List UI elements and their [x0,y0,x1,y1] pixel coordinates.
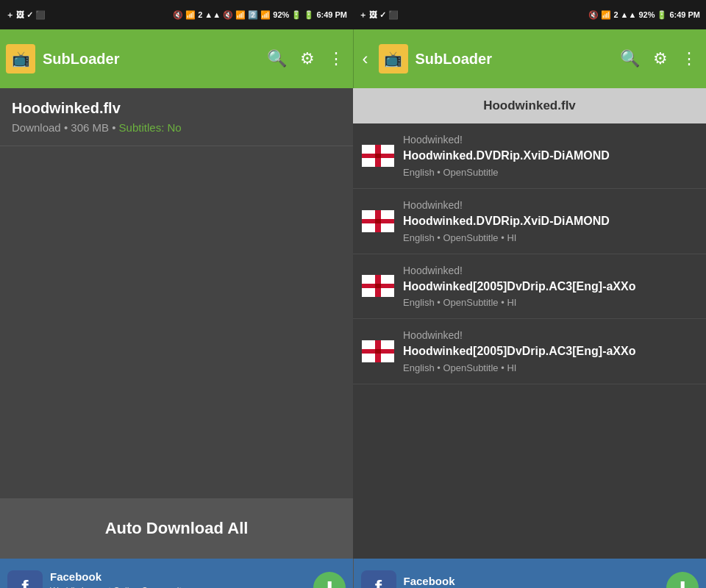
app-title-right: SubLoader [416,51,610,68]
search-button-right[interactable]: 🔍 [617,46,643,71]
add-icon2: ＋ [359,10,367,21]
usb-icon2: ⬛ [388,10,399,20]
subtitle-filename-1: Hoodwinked.DVDRip.XviD-DiAMOND [403,148,697,164]
ad-banner-left[interactable]: f Facebook World's Largest Online Commun… [0,559,353,588]
wifi-icon2: 📶 [601,10,611,20]
app-bars: 📺 SubLoader 🔍 ⚙ ⋮ ‹ 📺 SubLoader 🔍 ⚙ ⋮ [0,29,706,88]
more-button-right[interactable]: ⋮ [678,46,700,71]
mute-icon: 🔇 [173,10,183,20]
subtitle-item[interactable]: Hoodwinked! Hoodwinked.DVDRip.XviD-DiAMO… [353,123,706,189]
subtitle-hi-4: HI [507,362,516,373]
separator1: • [64,121,71,134]
subtitle-lang-1: English [403,167,435,178]
subtitles-status: Subtitles: No [119,121,182,134]
subtitle-meta-4: English • OpenSubtitle • HI [403,362,697,373]
subtitle-meta-3: English • OpenSubtitle • HI [403,297,697,308]
check-icon: ✓ [26,10,33,20]
subtitle-movie-3: Hoodwinked! [403,265,697,276]
facebook-logo-right: f [361,570,396,588]
ad-banner-right[interactable]: f Facebook FREE ★★★★½ (30,947,937) ⬇ ℹ [353,559,707,588]
filter-button-right[interactable]: ⚙ [650,46,671,71]
logo-icon-right: 📺 [384,50,402,68]
image-icon2: 🖼 [369,10,377,19]
subtitle-source-2: OpenSubtitle [443,232,498,243]
subtitle-source-1: OpenSubtitle [443,167,498,178]
ad-banners: f Facebook World's Largest Online Commun… [0,559,706,588]
right-panel: Hoodwinked.flv Hoodwinked! Hoodwinked.DV… [353,88,706,559]
signal-2-icon2: 2 [613,10,618,19]
right2-status-icons: ＋ 🖼 ✓ ⬛ [359,10,399,21]
app-bar-left: 📺 SubLoader 🔍 ⚙ ⋮ [0,29,353,88]
signal-2-icon: 2 [198,10,202,19]
subtitle-hi-3: HI [507,297,516,308]
flag-uk-icon-4 [362,340,394,362]
panel-header: Hoodwinked.flv [353,88,706,123]
ad-tagline1-left: World's Largest Online Community. [50,586,306,589]
ad-text-right: Facebook FREE ★★★★½ (30,947,937) [404,575,660,588]
subtitle-item[interactable]: Hoodwinked! Hoodwinked.DVDRip.XviD-DiAMO… [353,189,706,254]
app-title-left: SubLoader [43,51,257,68]
file-size: 306 MB [71,121,109,134]
subtitle-movie-1: Hoodwinked! [403,134,697,146]
status-bar-right: ＋ 🖼 ✓ ⬛ 🔇 📶 2 ▲▲ 92% 🔋 6:49 PM [353,0,706,29]
flag-uk-icon-3 [362,275,394,297]
status-bar-left: ＋ 🖼 ✓ ⬛ 🔇 📶 2 ▲▲ 🔇 📶 2️⃣ 📶 92% 🔋 🔋 6:49 … [0,0,353,29]
left-status-icons: ＋ 🖼 ✓ ⬛ [6,10,46,21]
subtitle-list[interactable]: Hoodwinked! Hoodwinked.DVDRip.XviD-DiAMO… [353,123,706,559]
wifi-icon: 📶 [185,10,196,20]
subtitle-lang-4: English [403,362,435,373]
signal-icon: ▲▲ [204,10,221,19]
ad-title-right: Facebook [404,575,455,587]
right2-status-icons-r: 🔇 📶 2 ▲▲ 92% 🔋 6:49 PM [588,10,700,20]
subtitle-text-1: Hoodwinked! Hoodwinked.DVDRip.XviD-DiAMO… [403,134,697,178]
file-info: Hoodwinked.flv Download • 306 MB • Subti… [0,88,353,146]
flag-uk-icon-1 [362,145,394,167]
subtitle-item[interactable]: Hoodwinked! Hoodwinked[2005]DvDrip.AC3[E… [353,254,706,320]
battery-pct: 🔇 📶 2️⃣ 📶 92% 🔋 [223,10,302,20]
status-bar: ＋ 🖼 ✓ ⬛ 🔇 📶 2 ▲▲ 🔇 📶 2️⃣ 📶 92% 🔋 🔋 6:49 … [0,0,706,29]
subtitle-hi-2: HI [507,232,516,243]
filter-button-left[interactable]: ⚙ [297,46,318,71]
usb-icon: ⬛ [35,10,46,20]
download-label: Download [12,121,61,134]
subtitle-filename-3: Hoodwinked[2005]DvDrip.AC3[Eng]-aXXo [403,279,697,295]
logo-icon-left: 📺 [12,50,30,68]
separator2: • [112,121,118,134]
battery-icon: 🔋 [304,10,314,20]
search-button-left[interactable]: 🔍 [264,46,290,71]
app-logo-right: 📺 [379,44,408,74]
subtitle-source-4: OpenSubtitle [443,362,498,373]
subtitle-lang-2: English [403,232,435,243]
app-logo-left: 📺 [6,44,35,74]
subtitle-lang-3: English [403,297,435,308]
subtitle-text-2: Hoodwinked! Hoodwinked.DVDRip.XviD-DiAMO… [403,199,697,243]
ad-title-left: Facebook [50,570,306,583]
subtitle-filename-2: Hoodwinked.DVDRip.XviD-DiAMOND [403,214,697,229]
left-panel: Hoodwinked.flv Download • 306 MB • Subti… [0,88,353,559]
app-bar-right: ‹ 📺 SubLoader 🔍 ⚙ ⋮ [353,29,707,88]
left-empty-area [0,146,353,498]
image-icon: 🖼 [16,10,24,19]
subtitle-text-3: Hoodwinked! Hoodwinked[2005]DvDrip.AC3[E… [403,265,697,309]
subtitle-meta-2: English • OpenSubtitle • HI [403,232,697,243]
subtitle-movie-4: Hoodwinked! [403,329,697,341]
time-right: 6:49 PM [669,10,700,19]
main-content: Hoodwinked.flv Download • 306 MB • Subti… [0,88,706,559]
back-button[interactable]: ‹ [360,46,371,72]
mute-icon2: 🔇 [588,10,599,20]
time-left: 6:49 PM [316,10,347,19]
more-button-left[interactable]: ⋮ [325,46,347,71]
battery-icon2: 🔋 [657,10,667,20]
ad-download-button-left[interactable]: ⬇ [313,572,346,588]
ad-download-button-right[interactable]: ⬇ [666,572,699,588]
file-name: Hoodwinked.flv [12,100,341,117]
add-icon: ＋ [6,10,14,21]
subtitle-filename-4: Hoodwinked[2005]DvDrip.AC3[Eng]-aXXo [403,344,697,359]
subtitle-text-4: Hoodwinked! Hoodwinked[2005]DvDrip.AC3[E… [403,329,697,373]
auto-download-button[interactable]: Auto Download All [0,498,353,559]
right-status-icons-left: 🔇 📶 2 ▲▲ 🔇 📶 2️⃣ 📶 92% 🔋 🔋 6:49 PM [173,10,347,20]
facebook-logo-left: f [7,570,43,588]
subtitle-item[interactable]: Hoodwinked! Hoodwinked[2005]DvDrip.AC3[E… [353,319,706,384]
subtitle-movie-2: Hoodwinked! [403,199,697,211]
battery-pct2: 92% [638,10,655,19]
